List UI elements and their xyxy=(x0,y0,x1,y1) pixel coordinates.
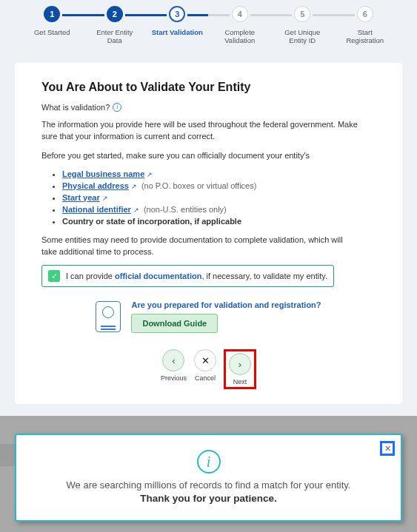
step-1: 1 Get Started xyxy=(21,6,84,36)
step-label-4: Complete Validation xyxy=(214,28,266,45)
cancel-label: Cancel xyxy=(195,374,216,382)
step-circle-5: 5 xyxy=(294,6,310,22)
link-national-identifier[interactable]: National identifier xyxy=(62,205,131,214)
step-3: 3 Start Validation xyxy=(146,6,209,36)
step-circle-4: 4 xyxy=(232,6,248,22)
progress-stepper: 1 Get Started 2 Enter Entity Data 3 Star… xyxy=(0,6,417,45)
modal-message-line2: Thank you for your patience. xyxy=(39,493,378,504)
info-icon[interactable]: i xyxy=(113,103,121,112)
validation-card: You Are About to Validate Your Entity Wh… xyxy=(15,63,402,405)
req-national-identifier: National identifier↗(non-U.S. entities o… xyxy=(62,205,376,214)
wizard-nav-row: ‹ Previous ✕ Cancel › Next xyxy=(41,349,376,389)
what-is-validation-row: What is validation? i xyxy=(41,103,376,112)
step-2: 2 Enter Entity Data xyxy=(84,6,147,45)
confirm-documentation-box[interactable]: ✓ I can provide official documentation, … xyxy=(41,265,334,287)
confirm-prefix: I can provide xyxy=(66,272,115,280)
modal-message-line1: We are searching millions of records to … xyxy=(39,479,378,491)
confirm-text: I can provide official documentation, if… xyxy=(66,272,327,280)
requirements-list: Legal business name↗ Physical address↗(n… xyxy=(41,169,376,226)
req-start-year: Start year↗ xyxy=(62,193,376,202)
next-button-highlight: › Next xyxy=(224,349,256,389)
confirm-suffix: , if necessary, to validate my entity. xyxy=(201,272,327,280)
checkbox-checked-icon[interactable]: ✓ xyxy=(48,270,60,282)
previous-button-wrap: ‹ Previous xyxy=(161,349,187,389)
step-5: 5 Get Unique Entity ID xyxy=(271,6,334,45)
confirm-bold: official documentation xyxy=(115,272,201,280)
page-title: You Are About to Validate Your Entity xyxy=(41,81,376,94)
step-circle-1: 1 xyxy=(44,6,60,22)
modal-close-button[interactable]: ✕ xyxy=(380,441,395,456)
external-link-icon: ↗ xyxy=(102,195,108,202)
external-link-icon: ↗ xyxy=(133,206,139,214)
chevron-right-icon: › xyxy=(238,359,241,370)
req-legal-name: Legal business name↗ xyxy=(62,169,376,178)
close-icon: ✕ xyxy=(201,355,210,366)
chevron-left-icon: ‹ xyxy=(172,355,175,366)
some-entities-text: Some entities may need to provide docume… xyxy=(41,235,353,258)
before-text: Before you get started, make sure you ca… xyxy=(41,150,376,162)
previous-label: Previous xyxy=(161,374,187,382)
external-link-icon: ↗ xyxy=(131,183,137,190)
step-label-1: Get Started xyxy=(34,28,70,36)
req-country-state: Country or state of incorporation, if ap… xyxy=(62,217,376,226)
step-label-2: Enter Entity Data xyxy=(89,28,141,45)
close-icon: ✕ xyxy=(384,444,391,454)
guide-document-icon xyxy=(96,301,121,332)
req-physical-address: Physical address↗(no P.O. boxes or virtu… xyxy=(62,181,376,190)
link-start-year[interactable]: Start year xyxy=(62,193,100,202)
step-6: 6 Start Registration xyxy=(334,6,397,45)
step-circle-6: 6 xyxy=(357,6,373,22)
info-icon: i xyxy=(197,450,221,474)
hint-national-identifier: (non-U.S. entities only) xyxy=(144,205,227,214)
cancel-button-wrap: ✕ Cancel xyxy=(194,349,216,389)
next-label: Next xyxy=(233,378,247,385)
searching-modal: ✕ i We are searching millions of records… xyxy=(15,434,402,522)
searching-backdrop: ✕ i We are searching millions of records… xyxy=(0,416,417,532)
cancel-button[interactable]: ✕ xyxy=(194,349,216,371)
step-label-5: Get Unique Entity ID xyxy=(276,28,328,45)
step-circle-3: 3 xyxy=(169,6,185,22)
next-button[interactable]: › xyxy=(229,353,251,375)
what-is-validation-label: What is validation? xyxy=(41,103,110,112)
intro-text: The information you provide here will be… xyxy=(41,119,376,143)
step-4: 4 Complete Validation xyxy=(209,6,272,45)
link-legal-name[interactable]: Legal business name xyxy=(62,169,144,178)
guide-question: Are you prepared for validation and regi… xyxy=(131,300,321,309)
external-link-icon: ↗ xyxy=(147,171,153,178)
link-physical-address[interactable]: Physical address xyxy=(62,181,129,190)
download-guide-panel: Are you prepared for validation and regi… xyxy=(41,300,376,333)
step-label-3: Start Validation xyxy=(152,28,203,36)
step-label-6: Start Registration xyxy=(339,28,391,45)
previous-button[interactable]: ‹ xyxy=(162,349,184,371)
hint-physical-address: (no P.O. boxes or virtual offices) xyxy=(141,181,257,190)
download-guide-button[interactable]: Download Guide xyxy=(131,314,218,333)
step-circle-2: 2 xyxy=(107,6,123,22)
